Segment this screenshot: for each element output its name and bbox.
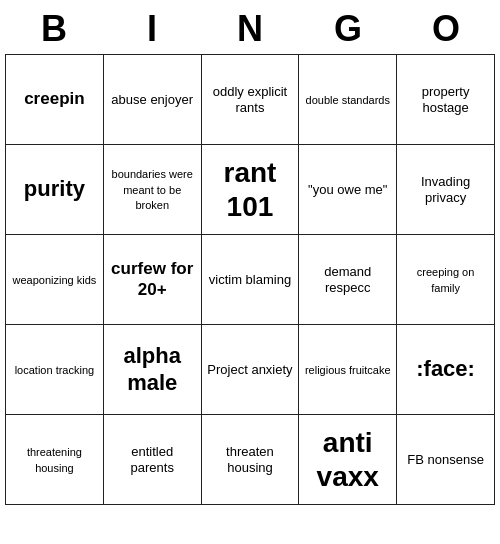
title-b: B <box>10 8 98 50</box>
cell-3-3: religious fruitcake <box>299 325 397 415</box>
cell-2-2: victim blaming <box>201 235 299 325</box>
cell-3-2: Project anxiety <box>201 325 299 415</box>
cell-2-3: demand respecc <box>299 235 397 325</box>
cell-2-4: creeping on family <box>397 235 495 325</box>
cell-3-0: location tracking <box>6 325 104 415</box>
cell-4-4: FB nonsense <box>397 415 495 505</box>
cell-2-0: weaponizing kids <box>6 235 104 325</box>
title-o: O <box>402 8 490 50</box>
cell-4-2: threaten housing <box>201 415 299 505</box>
cell-4-3: anti vaxx <box>299 415 397 505</box>
cell-1-4: Invading privacy <box>397 145 495 235</box>
bingo-grid: creepinabuse enjoyeroddly explicit rants… <box>5 54 495 505</box>
cell-3-4: :face: <box>397 325 495 415</box>
cell-1-0: purity <box>6 145 104 235</box>
cell-3-1: alpha male <box>103 325 201 415</box>
cell-0-2: oddly explicit rants <box>201 55 299 145</box>
title-n: N <box>206 8 294 50</box>
cell-1-1: boundaries were meant to be broken <box>103 145 201 235</box>
cell-4-0: threatening housing <box>6 415 104 505</box>
title-g: G <box>304 8 392 50</box>
cell-2-1: curfew for 20+ <box>103 235 201 325</box>
title-i: I <box>108 8 196 50</box>
bingo-title: B I N G O <box>5 0 495 54</box>
cell-1-3: "you owe me" <box>299 145 397 235</box>
cell-4-1: entitled parents <box>103 415 201 505</box>
cell-0-0: creepin <box>6 55 104 145</box>
cell-0-4: property hostage <box>397 55 495 145</box>
cell-1-2: rant 101 <box>201 145 299 235</box>
cell-0-1: abuse enjoyer <box>103 55 201 145</box>
cell-0-3: double standards <box>299 55 397 145</box>
